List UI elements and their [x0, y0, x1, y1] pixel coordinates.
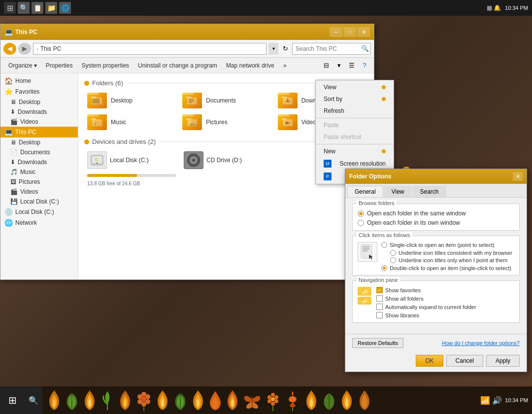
tab-view[interactable]: View	[384, 186, 412, 197]
sidebar-item-desktop-fav[interactable]: 🖥 Desktop	[0, 97, 78, 107]
sidebar-item-local-disk[interactable]: 💿 Local Disk (C:)	[0, 207, 78, 217]
radio-single-click[interactable]: Single-click to open an item (point to s…	[381, 242, 512, 248]
address-path[interactable]: › This PC	[33, 43, 266, 55]
refresh-address-button[interactable]: ↻	[280, 43, 290, 55]
ctx-refresh[interactable]: Refresh	[316, 105, 394, 117]
explorer-taskbar-icon[interactable]: 📁	[45, 2, 57, 14]
tab-search[interactable]: Search	[413, 186, 446, 197]
radio-underline-hover[interactable]: Underline icon titles only when I point …	[390, 257, 512, 263]
back-button[interactable]: ◀	[3, 43, 16, 55]
drives-title: Devices and drives (2)	[92, 138, 156, 145]
view-options-button[interactable]: ⊟	[321, 60, 332, 71]
help-button[interactable]: ?	[359, 60, 370, 71]
sidebar: 🏠 Home ⭐ Favorites 🖥 Desktop ⬇ Downloads…	[0, 73, 78, 279]
search-input[interactable]	[292, 43, 371, 55]
apply-button[interactable]: Apply	[486, 355, 520, 367]
folders-dot	[84, 81, 89, 86]
sidebar-item-home[interactable]: 🏠 Home	[0, 75, 78, 86]
drive-c-top: C: Local Disk (C:)	[87, 151, 149, 169]
uninstall-button[interactable]: Uninstall or change a program	[134, 60, 221, 71]
screen-res-icon: M	[324, 160, 332, 168]
checkbox-show-libs[interactable]: Show libraries	[376, 312, 476, 318]
sidebar-item-documents[interactable]: 📄 Documents	[0, 147, 78, 157]
ctx-sep2	[316, 144, 394, 144]
ctx-new[interactable]: New	[316, 145, 394, 157]
tray-network-icon: 📶	[480, 396, 490, 405]
desktop-folder-icon	[87, 93, 107, 108]
sidebar-item-downloads2[interactable]: ⬇ Downloads	[0, 157, 78, 167]
ctx-paste-shortcut: Paste shortcut	[316, 131, 394, 143]
drive-d[interactable]: CD Drive (D:)	[181, 149, 273, 188]
radio-underline-consistent[interactable]: Underline icon titles consistent with my…	[390, 250, 512, 256]
dialog-close-button[interactable]: ✕	[513, 172, 523, 181]
details-button[interactable]: ☰	[346, 60, 357, 71]
radio-same-window-label: Open each folder in the same window	[367, 210, 466, 217]
search-taskbar-icon[interactable]: 🔍	[18, 2, 30, 14]
properties-button[interactable]: Properties	[42, 60, 77, 71]
sidebar-item-videos-fav[interactable]: 🎬 Videos	[0, 117, 78, 127]
tab-general[interactable]: General	[347, 186, 383, 197]
flame-6	[225, 389, 240, 411]
ctx-view[interactable]: View	[316, 81, 394, 93]
svg-point-53	[267, 399, 271, 403]
minimize-button[interactable]: ─	[330, 27, 342, 37]
radio-own-window[interactable]: Open each folder in its own window	[358, 219, 514, 226]
drive-c-info: Local Disk (C:)	[110, 157, 149, 164]
address-dropdown-button[interactable]: ▾	[268, 43, 278, 55]
toolbar-right: ⊟ ▾ ☰ ?	[321, 60, 370, 71]
maximize-button[interactable]: □	[343, 27, 356, 37]
window-controls: ─ □ ✕	[330, 27, 370, 37]
sidebar-item-music[interactable]: 🎵 Music	[0, 167, 78, 177]
restore-defaults-button[interactable]: Restore Defaults	[352, 338, 403, 348]
ctx-view-dot	[382, 85, 386, 89]
map-network-button[interactable]: Map network drive	[222, 60, 278, 71]
sidebar-item-favorites[interactable]: ⭐ Favorites	[0, 86, 78, 97]
forward-button[interactable]: ▶	[18, 43, 31, 55]
organize-button[interactable]: Organize ▾	[4, 60, 41, 71]
folders-title: Folders (6)	[92, 79, 123, 87]
more-toolbar-button[interactable]: »	[279, 60, 291, 71]
checkbox-show-all[interactable]: Show all folders	[376, 295, 476, 302]
sidebar-label-favorites: Favorites	[15, 88, 39, 95]
sidebar-item-pictures[interactable]: 🖼 Pictures	[0, 177, 78, 187]
folder-documents[interactable]: Documents	[179, 91, 272, 110]
radio-double-click[interactable]: Double-click to open an item (single-cli…	[381, 265, 512, 271]
folder-options-link[interactable]: How do I change folder options?	[442, 340, 520, 346]
start-button-bottom[interactable]: ⊞	[0, 386, 25, 414]
ok-button[interactable]: OK	[416, 355, 443, 367]
drive-d-top: CD Drive (D:)	[184, 151, 242, 169]
tray-icons: 📶 🔊	[480, 396, 502, 405]
flame-5	[190, 389, 206, 411]
radio-same-window[interactable]: Open each folder in the same window	[358, 210, 514, 217]
sidebar-item-desktop2[interactable]: 🖥 Desktop	[0, 138, 78, 147]
checkbox-auto-expand[interactable]: Automatically expand to current folder	[376, 304, 476, 310]
folder-music[interactable]: ♪ Music	[84, 112, 177, 132]
folder-pictures[interactable]: Pictures	[179, 112, 272, 132]
start-icon[interactable]: ⊞	[4, 2, 16, 14]
nav-pane-section: Navigation pane 📁 📁 Show favorites	[352, 280, 520, 323]
sidebar-item-this-pc[interactable]: 💻 This PC	[0, 127, 78, 138]
sidebar-item-videos2[interactable]: 🎬 Videos	[0, 187, 78, 197]
drive-d-info: CD Drive (D:)	[206, 157, 242, 164]
this-pc-icon: 💻	[4, 128, 13, 136]
checkbox-show-fav[interactable]: Show favorites	[376, 287, 476, 293]
desktop-fav-icon: 🖥	[10, 99, 16, 105]
browser-taskbar-icon[interactable]: 🌐	[59, 2, 71, 14]
view-toggle-button[interactable]: ▾	[333, 60, 344, 71]
close-button[interactable]: ✕	[357, 27, 370, 37]
ctx-sort-by[interactable]: Sort by	[316, 93, 394, 105]
svg-point-43	[137, 399, 142, 404]
system-properties-button[interactable]: System properties	[77, 60, 133, 71]
sidebar-item-local-disk-sub[interactable]: 💾 Local Disk (C:)	[0, 197, 78, 207]
cancel-button[interactable]: Cancel	[446, 355, 483, 367]
folder-desktop[interactable]: Desktop	[84, 91, 177, 110]
sidebar-item-downloads-fav[interactable]: ⬇ Downloads	[0, 107, 78, 117]
taskview-icon[interactable]: 📋	[32, 2, 43, 14]
drive-c[interactable]: C: Local Disk (C:) 13.8 GB free of 24.6 …	[84, 149, 179, 188]
search-bottom[interactable]: 🔍	[25, 386, 42, 414]
browse-radio-group: Open each folder in the same window Open…	[358, 210, 514, 226]
taskbar-right: 📶 🔊 10:34 PM	[476, 396, 532, 405]
sidebar-label-videos-fav: Videos	[20, 118, 38, 125]
nav-folder-lower: 📁	[358, 297, 371, 305]
sidebar-item-network[interactable]: 🌐 Network	[0, 217, 78, 228]
